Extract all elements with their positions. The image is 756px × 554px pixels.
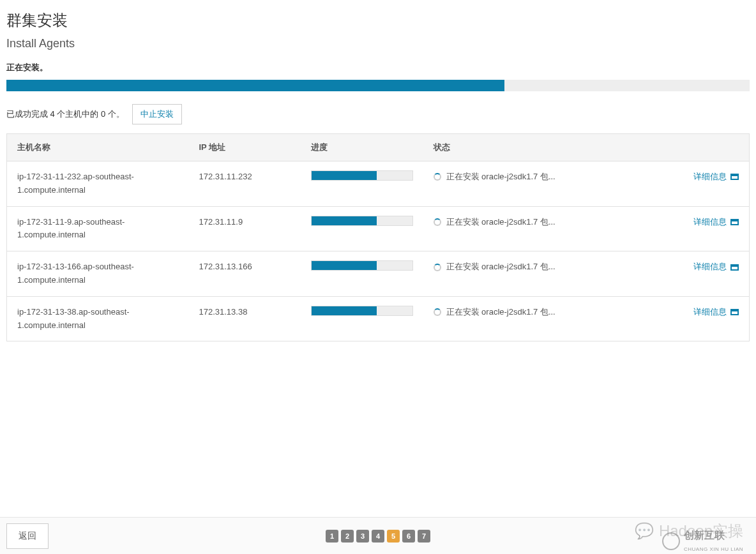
cell-progress: [301, 251, 423, 297]
back-button[interactable]: 返回: [6, 523, 49, 549]
row-progress-fill: [312, 216, 377, 225]
details-link-label: 详细信息: [693, 306, 727, 319]
cell-ip: 172.31.13.38: [189, 296, 301, 341]
details-link-label: 详细信息: [693, 170, 727, 184]
page-button-6[interactable]: 6: [402, 530, 415, 543]
column-header-hostname: 主机名称: [7, 134, 189, 161]
cell-status: 正在安装 oracle-j2sdk1.7 包...: [423, 251, 679, 297]
page-subtitle: Install Agents: [6, 37, 750, 50]
row-progress-fill: [312, 171, 377, 180]
cell-status: 正在安装 oracle-j2sdk1.7 包...: [423, 206, 679, 251]
row-progress-fill: [312, 306, 377, 315]
window-icon: [730, 309, 739, 315]
column-header-status: 状态: [423, 134, 679, 161]
spinner-icon: [434, 264, 441, 271]
cell-hostname: ip-172-31-11-232.ap-southeast-1.compute.…: [7, 161, 189, 207]
completion-count-text: 已成功完成 4 个主机中的 0 个。: [6, 109, 125, 120]
row-progress-fill: [312, 261, 377, 270]
hosts-table: 主机名称 IP 地址 进度 状态 ip-172-31-11-232.ap-sou…: [6, 133, 750, 341]
page-button-1[interactable]: 1: [326, 530, 338, 543]
status-text: 正在安装 oracle-j2sdk1.7 包...: [446, 260, 556, 274]
cell-hostname: ip-172-31-13-38.ap-southeast-1.compute.i…: [7, 296, 189, 341]
window-icon: [730, 174, 739, 180]
table-row: ip-172-31-13-38.ap-southeast-1.compute.i…: [7, 296, 750, 341]
page-button-4[interactable]: 4: [372, 530, 384, 543]
cell-ip: 172.31.11.9: [189, 206, 301, 251]
row-progress-track: [311, 306, 413, 316]
cell-hostname: ip-172-31-11-9.ap-southeast-1.compute.in…: [7, 206, 189, 251]
pagination: 1234567: [326, 530, 430, 543]
page-title: 群集安装: [6, 10, 750, 31]
table-row: ip-172-31-13-166.ap-southeast-1.compute.…: [7, 251, 750, 297]
details-link[interactable]: 详细信息: [693, 216, 739, 229]
cell-progress: [301, 206, 423, 251]
spinner-icon: [434, 218, 441, 226]
cell-ip: 172.31.11.232: [189, 161, 301, 207]
row-progress-track: [311, 170, 413, 181]
row-progress-track: [311, 216, 413, 226]
page-button-5[interactable]: 5: [387, 530, 400, 543]
cell-status: 正在安装 oracle-j2sdk1.7 包...: [423, 161, 679, 207]
overall-progress-bar-fill: [6, 80, 504, 91]
status-text: 正在安装 oracle-j2sdk1.7 包...: [446, 216, 556, 229]
cell-status: 正在安装 oracle-j2sdk1.7 包...: [423, 296, 679, 341]
details-link-label: 详细信息: [693, 260, 727, 274]
details-link[interactable]: 详细信息: [693, 260, 739, 274]
page-button-2[interactable]: 2: [341, 530, 354, 543]
row-progress-track: [311, 260, 413, 271]
table-row: ip-172-31-11-232.ap-southeast-1.compute.…: [7, 161, 750, 207]
overall-progress-bar-track: [6, 80, 750, 91]
cell-details: 详细信息: [679, 161, 750, 207]
column-header-ip: IP 地址: [189, 134, 301, 161]
column-header-progress: 进度: [301, 134, 423, 161]
status-text: 正在安装 oracle-j2sdk1.7 包...: [446, 306, 556, 319]
window-icon: [730, 264, 739, 271]
details-link[interactable]: 详细信息: [693, 306, 739, 319]
footer-bar: 返回 1234567: [0, 517, 756, 554]
abort-install-button[interactable]: 中止安装: [132, 104, 182, 124]
cell-details: 详细信息: [679, 206, 750, 251]
install-status-text: 正在安装。: [6, 62, 750, 73]
page-button-3[interactable]: 3: [356, 530, 369, 543]
cell-progress: [301, 296, 423, 341]
window-icon: [730, 219, 739, 225]
status-text: 正在安装 oracle-j2sdk1.7 包...: [446, 170, 556, 184]
page-button-7[interactable]: 7: [418, 530, 430, 543]
spinner-icon: [434, 308, 441, 316]
cell-hostname: ip-172-31-13-166.ap-southeast-1.compute.…: [7, 251, 189, 297]
spinner-icon: [434, 173, 441, 181]
table-row: ip-172-31-11-9.ap-southeast-1.compute.in…: [7, 206, 750, 251]
details-link-label: 详细信息: [693, 216, 727, 229]
cell-details: 详细信息: [679, 296, 750, 341]
column-header-details: [679, 134, 750, 161]
details-link[interactable]: 详细信息: [693, 170, 739, 184]
cell-details: 详细信息: [679, 251, 750, 297]
cell-progress: [301, 161, 423, 207]
cell-ip: 172.31.13.166: [189, 251, 301, 297]
